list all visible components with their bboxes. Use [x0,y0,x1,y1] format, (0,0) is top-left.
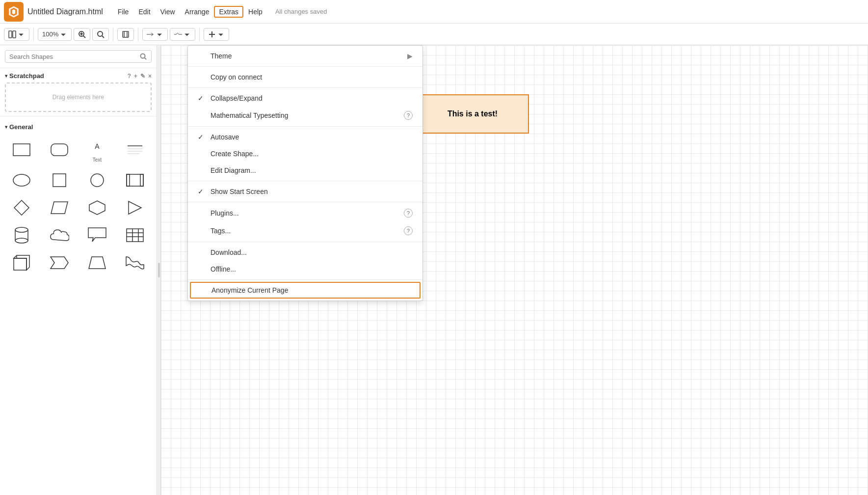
collapse-label: Collapse/Expand [210,94,413,102]
theme-arrow: ▶ [407,52,413,60]
menu-entry-plugins[interactable]: Plugins... ? [188,204,422,222]
menu-divider-7 [188,202,422,202]
plugins-help-icon[interactable]: ? [404,209,413,218]
menu-entry-download[interactable]: Download... [188,244,422,261]
offline-check [198,265,206,273]
math-check [198,111,206,119]
download-check [198,248,206,256]
autosave-label: Autosave [210,133,413,141]
menu-entry-autosave[interactable]: ✓ Autosave [188,129,422,145]
menu-entry-create-shape[interactable]: Create Shape... [188,145,422,162]
menu-entry-math-typesetting[interactable]: Mathematical Typesetting ? [188,107,422,124]
menu-entry-theme[interactable]: Theme ▶ [188,48,422,64]
start-label: Show Start Screen [210,188,413,195]
menu-divider-9 [188,242,422,242]
menu-divider-11 [188,279,422,280]
menu-divider-1 [188,87,422,88]
plugins-check [198,209,206,217]
copy-check [198,73,206,81]
theme-label: Theme [210,52,402,60]
math-label: Mathematical Typesetting [210,111,399,119]
menu-entry-copy-on-connect[interactable]: Copy on connect [188,69,422,85]
edit-check [198,166,206,174]
anonymize-label: Anonymize Current Page [211,286,412,294]
offline-label: Offline... [210,265,413,273]
dropdown-overlay[interactable] [0,0,868,495]
menu-divider-0 [188,66,422,67]
autosave-check: ✓ [198,133,206,141]
menu-divider-6 [188,181,422,181]
menu-entry-show-start-screen[interactable]: ✓ Show Start Screen [188,183,422,200]
plugins-label: Plugins... [210,209,399,217]
menu-entry-offline[interactable]: Offline... [188,261,422,277]
theme-check [198,52,206,60]
edit-label: Edit Diagram... [210,166,413,174]
copy-label: Copy on connect [210,73,413,81]
create-check [198,150,206,158]
menu-entry-tags[interactable]: Tags... ? [188,222,422,240]
download-label: Download... [210,248,413,256]
menu-entry-collapse-expand[interactable]: ✓ Collapse/Expand [188,90,422,107]
tags-label: Tags... [210,227,399,235]
start-check: ✓ [198,188,206,195]
menu-divider-3 [188,126,422,127]
math-help-icon[interactable]: ? [404,111,413,120]
tags-help-icon[interactable]: ? [404,226,413,235]
menu-entry-edit-diagram[interactable]: Edit Diagram... [188,162,422,179]
extras-dropdown-menu: Theme ▶ Copy on connect ✓ Collapse/Expan… [187,45,423,301]
menu-entry-anonymize[interactable]: Anonymize Current Page [190,282,421,299]
collapse-check: ✓ [198,94,206,102]
create-label: Create Shape... [210,150,413,158]
anonymize-check [199,286,207,294]
tags-check [198,227,206,235]
